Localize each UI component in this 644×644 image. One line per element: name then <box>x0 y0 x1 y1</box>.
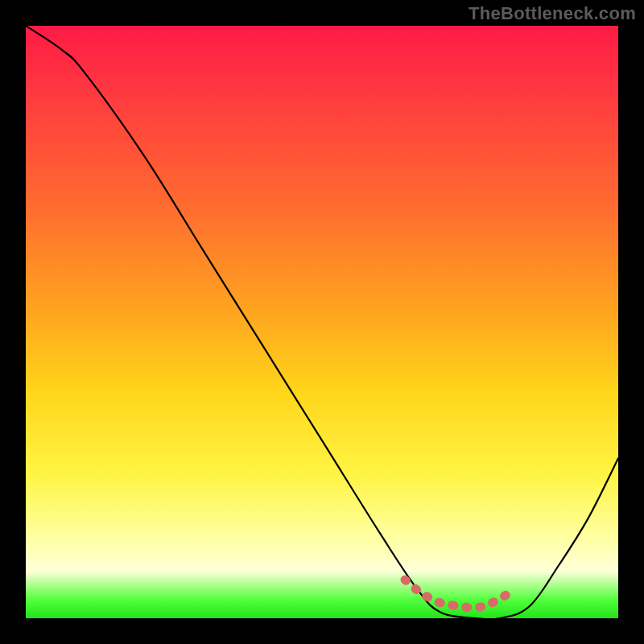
bottleneck-curve-path <box>26 26 618 618</box>
watermark-text: TheBottleneck.com <box>469 3 636 24</box>
chart-svg <box>26 26 618 618</box>
plot-area <box>26 26 618 618</box>
chart-frame: TheBottleneck.com <box>0 0 644 644</box>
